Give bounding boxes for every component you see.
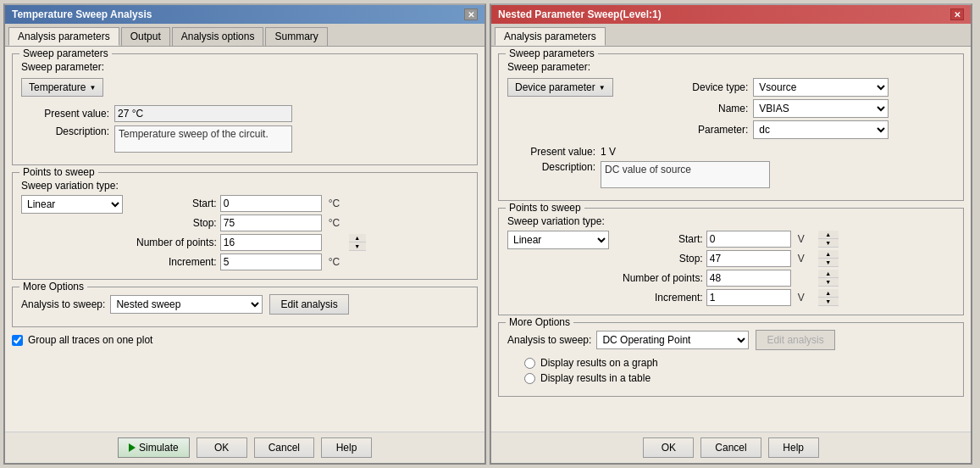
right-points-left: Linear (507, 231, 609, 306)
right-num-points-input[interactable] (706, 270, 791, 287)
right-bottom-bar: OK Cancel Help (491, 432, 971, 463)
right-cancel-button[interactable]: Cancel (700, 437, 761, 458)
device-param-dropdown[interactable]: Device parameter (507, 78, 613, 97)
left-points-group: Points to sweep Sweep variation type: Li… (12, 172, 478, 280)
display-graph-row: Display results on a graph (524, 357, 955, 369)
display-table-label: Display results in a table (540, 372, 651, 384)
tab-analysis-options-left[interactable]: Analysis options (172, 27, 264, 46)
left-bottom-bar: Simulate OK Cancel Help (5, 432, 484, 463)
points-left-col: Linear (21, 195, 123, 270)
right-increment-spinner[interactable]: ▲ ▼ (818, 289, 839, 306)
description-value: Temperature sweep of the circuit. (114, 125, 292, 153)
temperature-dropdown[interactable]: Temperature (21, 78, 103, 97)
analysis-to-sweep-row: Analysis to sweep: Nested sweep Edit ana… (21, 294, 468, 315)
right-description-value: DC value of source (601, 161, 770, 188)
num-points-spinner[interactable]: ▲ ▼ (349, 234, 366, 251)
right-variation-label-row: Sweep variation type: (507, 215, 955, 227)
left-help-button[interactable]: Help (321, 437, 372, 458)
right-dialog: Nested Parameter Sweep(Level:1) ✕ Analys… (490, 3, 972, 465)
right-stop-spinner[interactable]: ▲ ▼ (818, 250, 839, 267)
increment-input[interactable] (220, 254, 322, 270)
right-start-unit: V (795, 233, 815, 245)
right-description-label: Description: (507, 161, 601, 173)
sweep-param-row: Sweep parameter: (21, 61, 468, 73)
right-num-points-spinner[interactable]: ▲ ▼ (818, 270, 839, 287)
start-input[interactable] (220, 195, 322, 212)
tab-summary-left[interactable]: Summary (265, 27, 327, 46)
right-variation-type-label: Sweep variation type: (507, 215, 605, 227)
right-close-button[interactable]: ✕ (950, 8, 964, 20)
left-sweep-params-label: Sweep parameters (19, 47, 112, 59)
right-ok-button[interactable]: OK (643, 437, 694, 458)
right-sweep-top: Device parameter Device type: Vsource Na… (507, 78, 955, 139)
right-stop-unit: V (795, 253, 815, 265)
display-table-radio[interactable] (524, 373, 535, 384)
num-points-input[interactable] (220, 234, 322, 251)
right-num-points-down[interactable]: ▼ (818, 278, 839, 287)
right-more-options-group: More Options Analysis to sweep: DC Opera… (498, 322, 964, 397)
left-dialog-title: Temperature Sweep Analysis (12, 8, 152, 20)
right-increment-up[interactable]: ▲ (818, 289, 839, 298)
tab-analysis-parameters-right[interactable]: Analysis parameters (495, 27, 606, 46)
analysis-to-sweep-label: Analysis to sweep: (21, 298, 105, 310)
present-value-section: Present value: Description: Temperature … (21, 105, 468, 153)
right-start-label: Start: (623, 233, 703, 245)
right-points-right: Start: V ▲ ▼ Stop: V ▲ ▼ Number of point… (623, 231, 839, 306)
right-num-points-label: Number of points: (623, 272, 703, 284)
stop-input[interactable] (220, 214, 322, 231)
group-traces-row: Group all traces on one plot (12, 334, 478, 346)
right-num-points-up[interactable]: ▲ (818, 270, 839, 278)
left-close-button[interactable]: ✕ (464, 8, 478, 20)
name-select[interactable]: VBIAS (753, 99, 889, 118)
group-traces-checkbox[interactable] (12, 335, 23, 346)
right-device-grid: Device type: Vsource Name: VBIAS Paramet… (627, 78, 955, 139)
points-right-col: Start: °C Stop: °C Number of points: ▲ ▼ (136, 195, 366, 270)
present-value-label: Present value: (21, 108, 114, 120)
right-help-button[interactable]: Help (768, 437, 819, 458)
left-ok-button[interactable]: OK (197, 437, 247, 458)
variation-type-select[interactable]: Linear (21, 195, 123, 214)
right-start-down[interactable]: ▼ (818, 239, 839, 248)
right-analysis-to-sweep-row: Analysis to sweep: DC Operating Point Ed… (507, 330, 955, 350)
description-label: Description: (21, 125, 114, 137)
left-sweep-params-group: Sweep parameters Sweep parameter: Temper… (12, 53, 478, 165)
left-tab-bar: Analysis parameters Output Analysis opti… (5, 24, 484, 47)
device-type-label: Device type: (627, 81, 749, 93)
right-sweep-param-label-row: Sweep parameter: (507, 61, 955, 73)
display-graph-radio[interactable] (524, 358, 535, 369)
analysis-to-sweep-select[interactable]: Nested sweep (110, 295, 263, 314)
left-title-bar: Temperature Sweep Analysis ✕ (5, 5, 484, 24)
right-title-bar: Nested Parameter Sweep(Level:1) ✕ (491, 5, 971, 24)
right-start-up[interactable]: ▲ (818, 231, 839, 239)
right-analysis-to-sweep-select[interactable]: DC Operating Point (596, 331, 749, 349)
right-edit-analysis-button[interactable]: Edit analysis (756, 330, 834, 350)
parameter-select[interactable]: dc (753, 120, 889, 139)
left-content: Sweep parameters Sweep parameter: Temper… (5, 47, 484, 432)
right-increment-input[interactable] (706, 289, 791, 306)
device-type-select[interactable]: Vsource (753, 78, 889, 97)
increment-label: Increment: (136, 256, 217, 268)
right-stop-down[interactable]: ▼ (818, 259, 839, 267)
right-stop-input[interactable] (706, 250, 791, 267)
left-cancel-button[interactable]: Cancel (254, 437, 314, 458)
simulate-button[interactable]: Simulate (118, 437, 190, 458)
right-present-value-row: Present value: 1 V (507, 146, 955, 158)
right-present-section: Present value: 1 V Description: DC value… (507, 146, 955, 188)
right-stop-up[interactable]: ▲ (818, 250, 839, 259)
right-present-value: 1 V (601, 146, 616, 158)
right-dialog-title: Nested Parameter Sweep(Level:1) (498, 8, 662, 20)
tab-output-left[interactable]: Output (121, 27, 170, 46)
right-tab-bar: Analysis parameters (491, 24, 971, 47)
right-increment-down[interactable]: ▼ (818, 298, 839, 306)
right-sweep-params-group: Sweep parameters Sweep parameter: Device… (498, 53, 964, 201)
tab-analysis-parameters-left[interactable]: Analysis parameters (8, 27, 119, 46)
right-variation-type-select[interactable]: Linear (507, 231, 609, 249)
right-start-spinner[interactable]: ▲ ▼ (818, 231, 839, 248)
num-points-up[interactable]: ▲ (349, 234, 366, 242)
start-unit: °C (325, 198, 346, 209)
present-value-input[interactable] (114, 105, 292, 122)
description-row: Description: Temperature sweep of the ci… (21, 125, 468, 153)
num-points-down[interactable]: ▼ (349, 242, 366, 251)
left-edit-analysis-button[interactable]: Edit analysis (269, 294, 348, 315)
right-start-input[interactable] (706, 231, 791, 248)
